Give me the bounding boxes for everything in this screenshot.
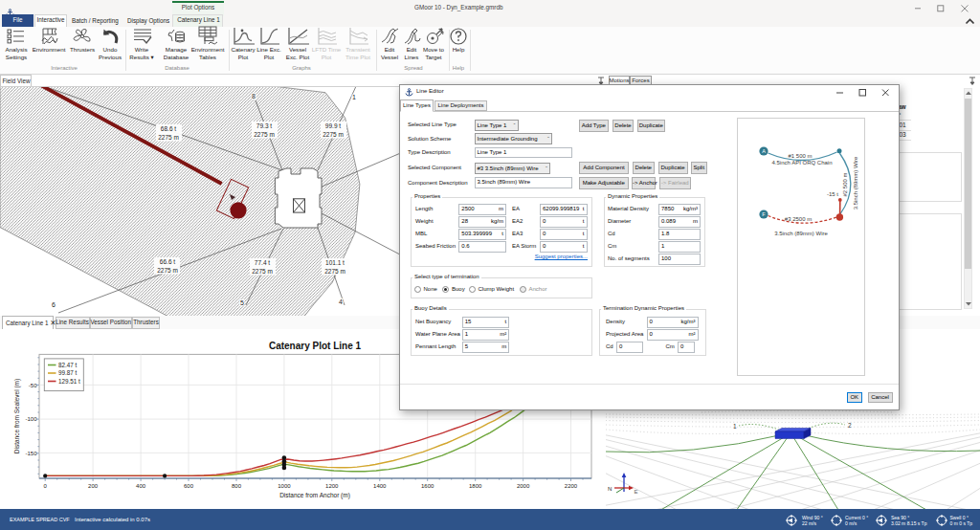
svg-text:4: 4	[339, 298, 343, 305]
svg-text:2275 m: 2275 m	[323, 131, 344, 138]
svg-text:1: 1	[352, 94, 356, 100]
svg-text:1: 1	[733, 423, 737, 430]
svg-text:99.9 t: 99.9 t	[325, 122, 341, 129]
svg-text:101.1 t: 101.1 t	[325, 259, 345, 266]
svg-text:6: 6	[52, 301, 56, 308]
svg-text:8: 8	[252, 93, 256, 99]
svg-text:2275 m: 2275 m	[254, 131, 275, 138]
svg-text:N: N	[608, 486, 612, 492]
svg-text:2275 m: 2275 m	[157, 267, 178, 274]
svg-text:#2 500 m: #2 500 m	[842, 172, 848, 196]
svg-text:200: 200	[88, 483, 99, 489]
svg-text:1400: 1400	[373, 483, 387, 489]
svg-text:68.6 t: 68.6 t	[161, 125, 176, 132]
svg-text:2000: 2000	[517, 483, 530, 489]
svg-text:99.87 t: 99.87 t	[58, 369, 78, 376]
svg-text:5: 5	[240, 299, 244, 306]
svg-text:-150: -150	[25, 451, 37, 456]
svg-text:2275 m: 2275 m	[158, 134, 179, 141]
svg-text:E: E	[635, 489, 638, 495]
svg-text:#3 2500 m: #3 2500 m	[785, 216, 812, 222]
svg-text:3.5inch (89mm) Wire: 3.5inch (89mm) Wire	[853, 156, 858, 210]
svg-text:0: 0	[44, 483, 48, 489]
svg-text:1600: 1600	[421, 483, 434, 489]
svg-text:1000: 1000	[278, 483, 291, 489]
svg-text:A: A	[762, 148, 766, 154]
svg-text:Catenary Plot Line 1: Catenary Plot Line 1	[269, 341, 362, 351]
svg-text:66.6 t: 66.6 t	[160, 258, 175, 265]
svg-text:-15 t: -15 t	[827, 191, 838, 197]
svg-text:400: 400	[136, 483, 146, 489]
svg-text:1200: 1200	[325, 483, 339, 489]
svg-text:2: 2	[848, 422, 852, 429]
svg-text:-50: -50	[29, 383, 37, 388]
svg-text:2275 m: 2275 m	[324, 268, 345, 275]
svg-text:79.3 t: 79.3 t	[256, 122, 272, 129]
svg-text:129.51 t: 129.51 t	[58, 378, 80, 385]
svg-text:2275 m: 2275 m	[252, 268, 273, 275]
svg-text:Distance from Anchor (m): Distance from Anchor (m)	[279, 492, 350, 499]
svg-text:3.5inch (89mm) Wire: 3.5inch (89mm) Wire	[774, 231, 828, 236]
svg-text:800: 800	[232, 483, 242, 489]
svg-text:4.5inch API ORQ Chain: 4.5inch API ORQ Chain	[771, 159, 832, 165]
svg-text:Distance from Sealevel (m): Distance from Sealevel (m)	[13, 379, 21, 453]
svg-text:77.4 t: 77.4 t	[255, 259, 270, 266]
svg-text:-100: -100	[25, 416, 37, 422]
svg-text:#1 500 m: #1 500 m	[788, 152, 812, 158]
svg-text:82.47 t: 82.47 t	[58, 362, 78, 368]
svg-text:1800: 1800	[469, 483, 482, 489]
svg-text:2200: 2200	[565, 483, 578, 489]
svg-text:600: 600	[184, 483, 194, 489]
